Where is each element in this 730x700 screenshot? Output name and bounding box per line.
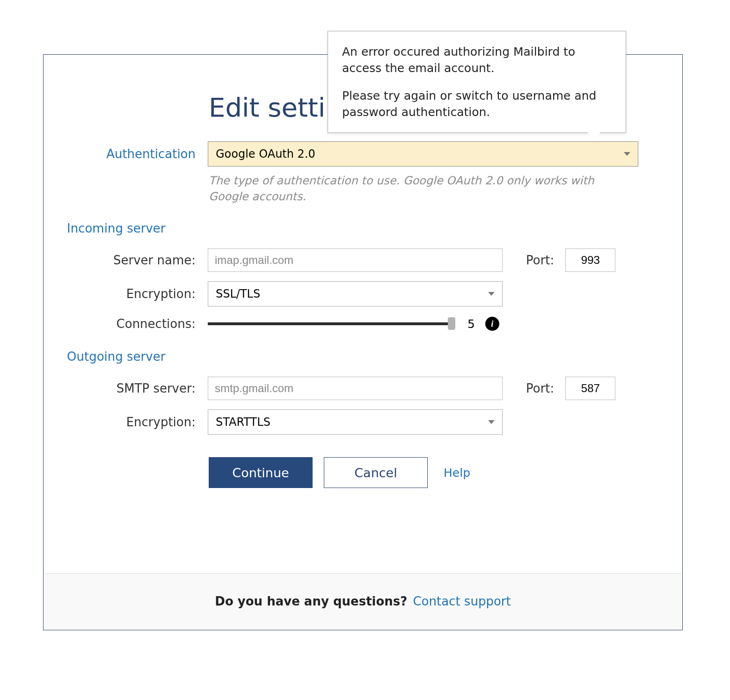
chevron-down-icon [624, 152, 630, 156]
tooltip-line1: An error occured authorizing Mailbird to… [342, 44, 612, 76]
continue-button[interactable]: Continue [209, 457, 313, 488]
outgoing-encryption-select[interactable]: STARTTLS [208, 409, 503, 435]
auth-error-tooltip: An error occured authorizing Mailbird to… [328, 31, 626, 133]
tooltip-arrow-icon [587, 132, 600, 139]
chevron-down-icon [488, 420, 495, 424]
connections-label: Connections: [67, 317, 208, 331]
cancel-button[interactable]: Cancel [324, 457, 428, 488]
authentication-helper-text: The type of authentication to use. Googl… [209, 173, 630, 204]
contact-support-link[interactable]: Contact support [413, 594, 511, 608]
authentication-select[interactable]: Google OAuth 2.0 [208, 141, 638, 167]
outgoing-encryption-value: STARTTLS [216, 416, 270, 429]
connections-slider[interactable] [208, 322, 453, 325]
slider-thumb[interactable] [448, 317, 455, 330]
incoming-server-header: Incoming server [67, 221, 659, 235]
incoming-server-name-input[interactable] [208, 248, 503, 272]
outgoing-port-label: Port: [526, 381, 554, 395]
footer-question: Do you have any questions? [215, 594, 407, 608]
info-icon[interactable]: i [485, 317, 499, 331]
help-link[interactable]: Help [444, 466, 470, 480]
incoming-server-name-label: Server name: [67, 253, 208, 267]
connections-value: 5 [467, 317, 475, 331]
chevron-down-icon [488, 292, 495, 296]
incoming-encryption-value: SSL/TLS [216, 287, 260, 300]
incoming-encryption-label: Encryption: [67, 287, 208, 301]
tooltip-line2: Please try again or switch to username a… [342, 88, 612, 120]
authentication-value: Google OAuth 2.0 [216, 147, 315, 160]
incoming-port-input[interactable] [565, 248, 615, 272]
incoming-port-label: Port: [526, 253, 554, 267]
outgoing-encryption-label: Encryption: [67, 415, 208, 429]
incoming-encryption-select[interactable]: SSL/TLS [208, 281, 503, 306]
outgoing-port-input[interactable] [565, 377, 615, 400]
footer: Do you have any questions? Contact suppo… [44, 573, 681, 629]
authentication-label: Authentication [67, 147, 208, 161]
smtp-server-label: SMTP server: [67, 381, 208, 395]
outgoing-server-header: Outgoing server [67, 350, 659, 364]
edit-settings-dialog: Edit settings Authentication Google OAut… [43, 54, 683, 630]
smtp-server-input[interactable] [208, 377, 503, 400]
